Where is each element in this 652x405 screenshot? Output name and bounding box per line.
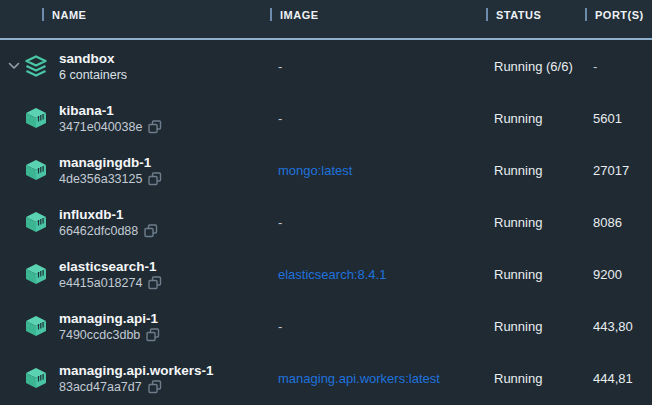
group-name-cell: sandbox 6 containers bbox=[0, 50, 270, 83]
container-image: - bbox=[270, 319, 486, 334]
container-cube-icon bbox=[24, 367, 48, 389]
group-image-cell: - bbox=[270, 59, 486, 74]
container-ports: 8086 bbox=[585, 215, 652, 230]
container-name: kibana-1 bbox=[59, 102, 162, 119]
chevron-down-icon bbox=[8, 61, 20, 71]
container-name: managingdb-1 bbox=[59, 154, 162, 171]
container-row-influxdb-1[interactable]: influxdb-1 66462dfc0d88 - Running 8086 bbox=[0, 196, 652, 248]
container-row-kibana-1[interactable]: kibana-1 3471e040038e - Running 5601 bbox=[0, 92, 652, 144]
container-ports: 27017 bbox=[585, 163, 652, 178]
container-image: - bbox=[270, 215, 486, 230]
container-status: Running bbox=[486, 163, 585, 178]
container-image: - bbox=[270, 111, 486, 126]
stack-layers-icon bbox=[24, 55, 48, 78]
container-id: 66462dfc0d88 bbox=[59, 223, 138, 239]
container-cube-icon bbox=[24, 107, 48, 129]
container-name: influxdb-1 bbox=[59, 206, 158, 223]
container-cube-icon bbox=[24, 263, 48, 285]
table-header: NAME IMAGE STATUS PORT(S) bbox=[0, 0, 652, 40]
container-name-cell: influxdb-1 66462dfc0d88 bbox=[0, 206, 270, 239]
copy-icon bbox=[148, 172, 162, 186]
column-divider bbox=[42, 8, 44, 21]
group-container-count: 6 containers bbox=[59, 67, 127, 83]
copy-id-button[interactable] bbox=[148, 172, 162, 186]
container-ports: 5601 bbox=[585, 111, 652, 126]
container-cube-icon bbox=[24, 159, 48, 181]
group-row-sandbox[interactable]: sandbox 6 containers - Running (6/6) - bbox=[0, 40, 652, 92]
container-id: 3471e040038e bbox=[59, 119, 142, 135]
column-header-name-label: NAME bbox=[52, 9, 86, 21]
column-header-ports-label: PORT(S) bbox=[595, 9, 644, 21]
column-divider bbox=[585, 8, 587, 21]
column-divider bbox=[486, 8, 488, 21]
container-image-link[interactable]: mongo:latest bbox=[278, 163, 352, 178]
container-row-managing-api-1[interactable]: managing.api-1 7490ccdc3dbb - Running 44… bbox=[0, 300, 652, 352]
container-row-managing-api-workers-1[interactable]: managing.api.workers-1 83acd47aa7d7 mana… bbox=[0, 352, 652, 404]
container-image-link[interactable]: elasticsearch:8.4.1 bbox=[278, 267, 386, 282]
container-name: managing.api-1 bbox=[59, 310, 160, 327]
container-name-cell: elasticsearch-1 e4415a018274 bbox=[0, 258, 270, 291]
copy-id-button[interactable] bbox=[146, 328, 160, 342]
container-name: managing.api.workers-1 bbox=[59, 362, 214, 379]
container-status: Running bbox=[486, 111, 585, 126]
column-divider bbox=[270, 8, 272, 21]
container-id: e4415a018274 bbox=[59, 275, 142, 291]
column-header-status[interactable]: STATUS bbox=[486, 0, 585, 38]
container-cube-icon bbox=[24, 315, 48, 337]
column-header-image-label: IMAGE bbox=[280, 9, 319, 21]
container-cube-icon bbox=[24, 211, 48, 233]
copy-icon bbox=[148, 380, 162, 394]
copy-id-button[interactable] bbox=[148, 380, 162, 394]
copy-icon bbox=[144, 224, 158, 238]
column-header-status-label: STATUS bbox=[496, 9, 541, 21]
container-row-managingdb-1[interactable]: managingdb-1 4de356a33125 mongo:latest R… bbox=[0, 144, 652, 196]
container-name-cell: managingdb-1 4de356a33125 bbox=[0, 154, 270, 187]
container-image-link[interactable]: managing.api.workers:latest bbox=[278, 371, 440, 386]
container-ports: 443,80 bbox=[585, 319, 652, 334]
copy-icon bbox=[146, 328, 160, 342]
container-name-cell: managing.api-1 7490ccdc3dbb bbox=[0, 310, 270, 343]
container-id: 83acd47aa7d7 bbox=[59, 379, 142, 395]
container-status: Running bbox=[486, 215, 585, 230]
copy-id-button[interactable] bbox=[148, 276, 162, 290]
container-name: elasticsearch-1 bbox=[59, 258, 162, 275]
copy-icon bbox=[148, 276, 162, 290]
collapse-toggle[interactable] bbox=[8, 61, 24, 71]
container-name-cell: kibana-1 3471e040038e bbox=[0, 102, 270, 135]
container-ports: 444,81 bbox=[585, 371, 652, 386]
copy-id-button[interactable] bbox=[144, 224, 158, 238]
group-ports-cell: - bbox=[585, 59, 652, 74]
container-ports: 9200 bbox=[585, 267, 652, 282]
container-status: Running bbox=[486, 371, 585, 386]
container-row-elasticsearch-1[interactable]: elasticsearch-1 e4415a018274 elasticsear… bbox=[0, 248, 652, 300]
column-header-ports[interactable]: PORT(S) bbox=[585, 0, 652, 38]
group-status-cell: Running (6/6) bbox=[486, 59, 585, 74]
container-id: 7490ccdc3dbb bbox=[59, 327, 140, 343]
column-header-image[interactable]: IMAGE bbox=[270, 0, 486, 38]
copy-id-button[interactable] bbox=[148, 120, 162, 134]
container-id: 4de356a33125 bbox=[59, 171, 142, 187]
container-status: Running bbox=[486, 267, 585, 282]
containers-table: NAME IMAGE STATUS PORT(S) sandbox 6 cont… bbox=[0, 0, 652, 405]
column-header-name[interactable]: NAME bbox=[0, 0, 270, 38]
container-status: Running bbox=[486, 319, 585, 334]
group-name: sandbox bbox=[59, 50, 127, 67]
container-name-cell: managing.api.workers-1 83acd47aa7d7 bbox=[0, 362, 270, 395]
copy-icon bbox=[148, 120, 162, 134]
